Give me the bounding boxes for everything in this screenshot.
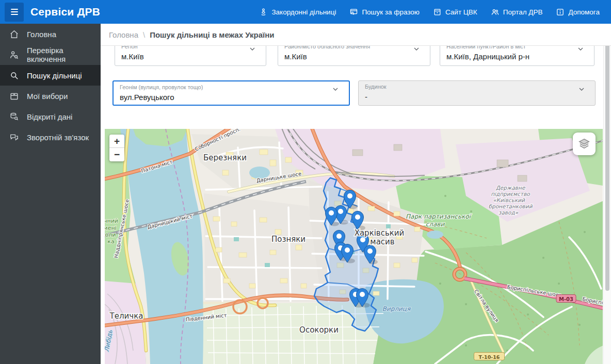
feedback-icon — [9, 133, 19, 142]
field-value: м.Київ — [284, 52, 307, 61]
page-scrollbar[interactable] — [603, 24, 611, 364]
sidebar-item-search[interactable]: Пошук дільниці — [0, 65, 101, 86]
field-value: м.Київ, Дарницький р-н — [446, 52, 529, 61]
layers-icon — [577, 137, 591, 151]
sidebar-item-label: Відкриті дані — [27, 112, 72, 121]
road-shield: Т-10-16 — [474, 353, 505, 360]
field-label: Геонім (вулиця, провулок тощо) — [120, 84, 203, 90]
topbar: Сервіси ДРВ Закордонні дільниціПошук за … — [0, 0, 611, 24]
topnav-item-label: Допомога — [568, 8, 600, 16]
sidebar-item-label: Перевірка включення — [27, 46, 101, 63]
app-title: Сервіси ДРВ — [30, 6, 100, 18]
breadcrumb-current: Пошук дільниці в межах України — [150, 30, 274, 39]
topbar-nav: Закордонні дільниціПошук за фразоюСайт Ц… — [259, 8, 600, 16]
help-icon — [556, 8, 565, 16]
sidebar-item-home[interactable]: Головна — [0, 24, 101, 44]
sidebar-item-label: Мої вибори — [27, 92, 68, 101]
map-zoom-control: + − — [109, 135, 124, 161]
map-label: оли — [105, 231, 116, 238]
sidebar-item-person-check[interactable]: Перевірка включення — [0, 44, 101, 65]
topnav-item-label: Закордонні дільниці — [271, 8, 336, 16]
map-label: «Київський — [493, 197, 525, 203]
phrase-search-icon — [349, 8, 358, 16]
topnav-item-label: Пошук за фразою — [362, 8, 420, 16]
field-value: вул.Ревуцького — [120, 93, 174, 102]
field-label: Населений пункт/Район в міст — [446, 46, 526, 49]
sidebar-item-label: Зворотній зв'язок — [27, 133, 89, 142]
map-label: Позняки — [271, 235, 306, 244]
map-label: слави — [426, 221, 445, 228]
map-canvas[interactable]: БерезнякиПознякиХарківськиймасивОсокорки… — [105, 129, 603, 364]
map-label: чний — [105, 218, 118, 224]
geonym-select[interactable]: Геонім (вулиця, провулок тощо)вул.Ревуць… — [112, 80, 350, 106]
map-label: мені — [105, 225, 117, 231]
map-label: Парк партизанської — [406, 213, 472, 220]
region-select[interactable]: Регіонм.Київ — [115, 46, 266, 66]
open-data-icon — [9, 112, 19, 122]
road-shield: М-03 — [556, 295, 576, 303]
scrollbar-thumb[interactable] — [605, 40, 609, 291]
sidebar-item-feedback[interactable]: Зворотній зв'язок — [0, 127, 101, 147]
map-label: завод» — [499, 209, 519, 216]
map-label: масив — [370, 237, 394, 246]
topnav-item-label: Сайт ЦВК — [445, 8, 477, 16]
breadcrumb: Головна \ Пошук дільниці в межах України — [101, 24, 611, 46]
map-label: Березняки — [203, 153, 247, 162]
field-label: Будинок — [365, 84, 387, 90]
search-form: Регіонм.КиївРайон/місто обласного значен… — [101, 46, 603, 129]
map-label: ка — [107, 238, 114, 245]
map-tiles: БерезнякиПознякиХарківськиймасивОсокорки… — [105, 129, 603, 364]
map-label: Осокорки — [299, 325, 339, 335]
svg-text:М-03: М-03 — [559, 296, 573, 302]
sidebar-item-label: Пошук дільниці — [27, 71, 82, 80]
person-check-icon — [9, 50, 19, 60]
field-value: - — [365, 92, 367, 101]
topnav-item-cvk-site[interactable]: Сайт ЦВК — [433, 8, 477, 16]
person-abroad-icon — [259, 8, 268, 16]
breadcrumb-home-link[interactable]: Головна — [109, 30, 138, 39]
map-label: Вирлиця — [382, 305, 411, 312]
sidebar-item-label: Головна — [27, 30, 56, 39]
content: Головна \ Пошук дільниці в межах України… — [101, 24, 611, 364]
map-layers-button[interactable] — [573, 133, 596, 155]
home-icon — [9, 29, 19, 39]
topnav-item-drv-portal[interactable]: Портал ДРВ — [491, 8, 543, 16]
hamburger-icon — [9, 7, 20, 17]
ballot-box-icon — [9, 91, 19, 101]
cvk-site-icon — [433, 8, 442, 16]
topnav-item-help[interactable]: Допомога — [556, 8, 600, 16]
field-label: Район/місто обласного значення — [284, 46, 370, 49]
app-window: Сервіси ДРВ Закордонні дільниціПошук за … — [0, 0, 611, 364]
drv-portal-icon — [491, 8, 500, 16]
map-label: Харківський — [355, 228, 405, 238]
district-select[interactable]: Район/місто обласного значенням.Київ — [278, 46, 430, 66]
map-label: Теличка — [109, 311, 143, 321]
field-value: м.Київ — [121, 52, 144, 61]
field-label: Регіон — [121, 46, 138, 49]
sidebar: ГоловнаПеревірка включенняПошук дільниці… — [0, 24, 101, 364]
svg-text:Т-10-16: Т-10-16 — [479, 354, 500, 360]
building-select[interactable]: Будинок- — [358, 80, 596, 106]
topnav-item-label: Портал ДРВ — [503, 8, 543, 16]
topnav-item-phrase-search[interactable]: Пошук за фразою — [349, 8, 420, 16]
sidebar-item-open-data[interactable]: Відкриті дані — [0, 106, 101, 127]
settlement-select[interactable]: Населений пункт/Район в містм.Київ, Дарн… — [440, 46, 594, 66]
breadcrumb-separator: \ — [143, 30, 145, 39]
menu-toggle-button[interactable] — [5, 3, 24, 22]
map-zoom-out-button[interactable]: − — [109, 148, 124, 161]
map-zoom-in-button[interactable]: + — [109, 135, 124, 148]
topnav-item-person-abroad[interactable]: Закордонні дільниці — [259, 8, 336, 16]
search-icon — [9, 71, 19, 80]
sidebar-item-ballot-box[interactable]: Мої вибори — [0, 86, 101, 106]
